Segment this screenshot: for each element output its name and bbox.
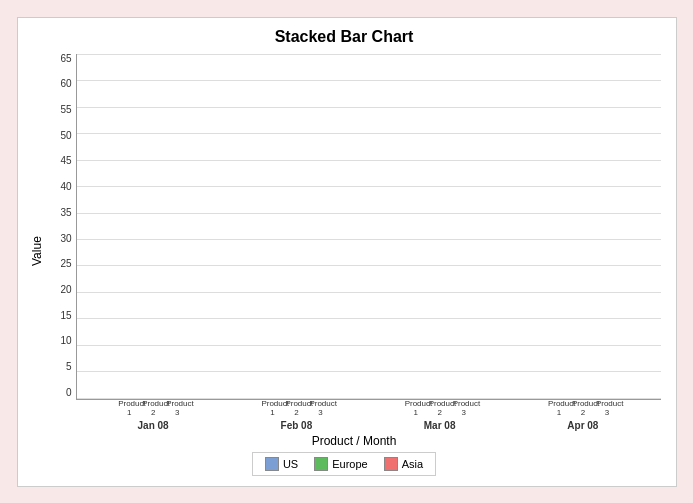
x-bar-label: Product3 xyxy=(166,400,188,418)
y-tick: 0 xyxy=(66,388,72,398)
x-group-label: Product1Product2Product3Apr 08 xyxy=(511,400,654,431)
y-tick: 40 xyxy=(60,182,71,192)
legend-color-box xyxy=(314,457,328,471)
chart-container: Stacked Bar Chart Value 0510152025303540… xyxy=(17,17,677,487)
chart-title: Stacked Bar Chart xyxy=(275,28,414,46)
x-bar-label: Product1 xyxy=(261,400,283,418)
legend-item: Asia xyxy=(384,457,423,471)
y-tick: 60 xyxy=(60,79,71,89)
x-month-label: Mar 08 xyxy=(424,420,456,431)
x-bar-label: Product1 xyxy=(405,400,427,418)
x-bar-label: Product2 xyxy=(429,400,451,418)
x-group-label: Product1Product2Product3Mar 08 xyxy=(368,400,511,431)
bars-area xyxy=(76,54,661,400)
x-axis-title: Product / Month xyxy=(48,434,661,448)
x-bar-label: Product2 xyxy=(142,400,164,418)
x-month-label: Jan 08 xyxy=(138,420,169,431)
legend-color-box xyxy=(265,457,279,471)
legend-label: Europe xyxy=(332,458,367,470)
y-tick: 15 xyxy=(60,311,71,321)
x-bar-label: Product3 xyxy=(453,400,475,418)
y-tick: 65 xyxy=(60,54,71,64)
x-group-labels: Product1Product2Product3Jan 08Product1Pr… xyxy=(76,400,661,431)
x-bar-labels-row: Product1Product2Product3 xyxy=(370,400,509,418)
x-bar-labels-row: Product1Product2Product3 xyxy=(513,400,652,418)
x-bar-labels-row: Product1Product2Product3 xyxy=(227,400,366,418)
y-tick: 20 xyxy=(60,285,71,295)
chart-inner: 05101520253035404550556065 Product1Produ… xyxy=(48,54,661,448)
x-axis-area: Product1Product2Product3Jan 08Product1Pr… xyxy=(76,400,661,431)
y-tick: 30 xyxy=(60,234,71,244)
x-group-label: Product1Product2Product3Jan 08 xyxy=(82,400,225,431)
y-tick: 45 xyxy=(60,156,71,166)
x-group-label: Product1Product2Product3Feb 08 xyxy=(225,400,368,431)
x-month-label: Feb 08 xyxy=(281,420,313,431)
legend-label: Asia xyxy=(402,458,423,470)
legend-item: US xyxy=(265,457,298,471)
y-tick: 50 xyxy=(60,131,71,141)
y-tick: 5 xyxy=(66,362,72,372)
y-tick: 10 xyxy=(60,336,71,346)
y-tick: 55 xyxy=(60,105,71,115)
x-bar-label: Product1 xyxy=(548,400,570,418)
x-bar-label: Product3 xyxy=(596,400,618,418)
legend-color-box xyxy=(384,457,398,471)
x-bar-label: Product1 xyxy=(118,400,140,418)
y-tick: 35 xyxy=(60,208,71,218)
x-bar-label: Product2 xyxy=(572,400,594,418)
x-bar-labels-row: Product1Product2Product3 xyxy=(84,400,223,418)
y-tick: 25 xyxy=(60,259,71,269)
chart-body: Value 05101520253035404550556065 Product… xyxy=(28,54,661,448)
legend-item: Europe xyxy=(314,457,367,471)
x-bar-label: Product3 xyxy=(309,400,331,418)
legend-label: US xyxy=(283,458,298,470)
plot-area: 05101520253035404550556065 xyxy=(48,54,661,400)
bars-row xyxy=(77,54,661,399)
x-month-label: Apr 08 xyxy=(567,420,598,431)
x-bar-label: Product2 xyxy=(285,400,307,418)
y-axis-label: Value xyxy=(28,54,46,448)
legend: USEuropeAsia xyxy=(252,452,436,476)
y-axis-ticks: 05101520253035404550556065 xyxy=(48,54,76,400)
